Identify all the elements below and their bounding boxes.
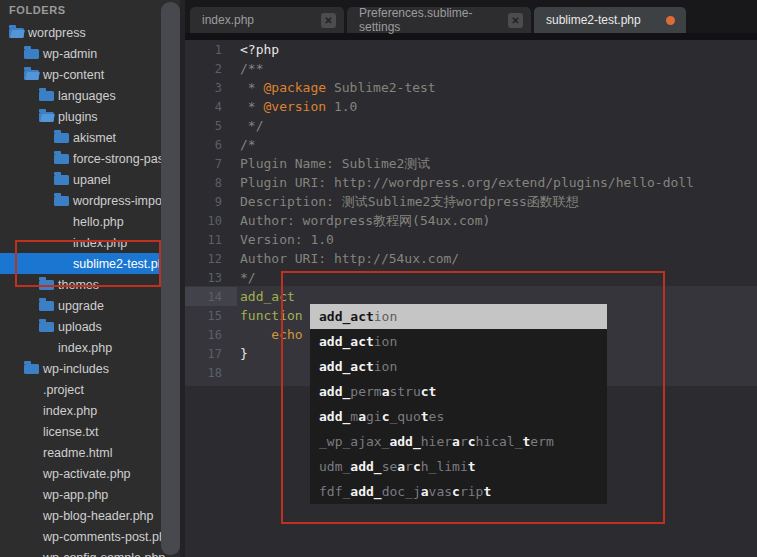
line-number: 9 (185, 195, 222, 209)
autocomplete-row-add-magic-quotes[interactable]: add_magic_quotes (310, 404, 607, 429)
sidebar-item-languages[interactable]: languages (0, 85, 185, 106)
code-line-7: 7Plugin Name: Sublime2测试 (185, 154, 757, 173)
line-number: 16 (185, 328, 222, 342)
code-text: /* (240, 137, 256, 152)
code-text: /** (240, 61, 263, 76)
tab-sublime2-test-php[interactable]: sublime2-test.php (534, 7, 686, 33)
autocomplete-row-add-action[interactable]: add_action (310, 354, 607, 379)
sidebar-item-label: themes (58, 278, 99, 292)
sidebar-item-akismet[interactable]: akismet (0, 127, 185, 148)
sidebar-item-license-txt[interactable]: license.txt (0, 421, 185, 442)
code-text: * @version 1.0 (240, 99, 357, 114)
autocomplete-row-udm-add-search-limit[interactable]: udm_add_search_limit (310, 454, 607, 479)
sidebar-item-label: license.txt (43, 425, 99, 439)
sidebar-item-label: index.php (73, 236, 127, 250)
sidebar-item-label: wordpress (28, 26, 86, 40)
sidebar-item-label: akismet (73, 131, 116, 145)
tab-label: sublime2-test.php (546, 13, 658, 27)
line-number: 12 (185, 252, 222, 266)
sidebar-scrollbar[interactable] (161, 2, 180, 555)
autocomplete-row-add-permastruct[interactable]: add_permastruct (310, 379, 607, 404)
tab-bar: index.php✕Preferences.sublime-settings✕s… (185, 0, 757, 40)
code-line-4: 4 * @version 1.0 (185, 97, 757, 116)
sidebar-item-readme-html[interactable]: readme.html (0, 442, 185, 463)
autocomplete-row-fdf-add-doc-javascript[interactable]: fdf_add_doc_javascript (310, 479, 607, 504)
code-line-9: 9Description: 测试Sublime2支持wordpress函数联想 (185, 192, 757, 211)
sidebar-item-label: hello.php (73, 215, 124, 229)
line-number: 3 (185, 81, 222, 95)
sidebar-item-index-php[interactable]: index.php (0, 400, 185, 421)
file-tree: wordpresswp-adminwp-contentlanguagesplug… (0, 22, 185, 557)
code-line-10: 10Author: wordpress教程网(54ux.com) (185, 211, 757, 230)
code-text: Plugin URI: http://wordpress.org/extend/… (240, 175, 694, 190)
folder-icon (39, 91, 54, 101)
line-number: 8 (185, 176, 222, 190)
sidebar-item-wp-content[interactable]: wp-content (0, 64, 185, 85)
line-number: 5 (185, 119, 222, 133)
sidebar-item-label: .project (43, 383, 84, 397)
code-text: * @package Sublime2-test (240, 80, 436, 95)
sidebar-item-label: readme.html (43, 446, 112, 460)
tab-index-php[interactable]: index.php✕ (190, 7, 344, 33)
editor-pane[interactable]: 1<?php2/**3 * @package Sublime2-test4 * … (185, 0, 757, 557)
sidebar-item-label: index.php (43, 404, 97, 418)
sidebar-edge-divider (180, 0, 185, 557)
line-number: 10 (185, 214, 222, 228)
line-number: 18 (185, 366, 222, 380)
sidebar-item-upanel[interactable]: upanel (0, 169, 185, 190)
sidebar-item-force-strong-passwo[interactable]: force-strong-passwo (0, 148, 185, 169)
line-number: 14 (185, 290, 222, 304)
sidebar-item-wordpress-importer[interactable]: wordpress-importer (0, 190, 185, 211)
autocomplete-popup[interactable]: add_actionadd_actionadd_actionadd_permas… (310, 304, 607, 504)
sidebar-item-uploads[interactable]: uploads (0, 316, 185, 337)
sidebar-item-label: wp-comments-post.php (43, 530, 173, 544)
sidebar-item-hello-php[interactable]: hello.php (0, 211, 185, 232)
code-text: Description: 测试Sublime2支持wordpress函数联想 (240, 193, 579, 211)
autocomplete-row-add-action[interactable]: add_action (310, 329, 607, 354)
line-number: 13 (185, 271, 222, 285)
sidebar-item-wp-blog-header-php[interactable]: wp-blog-header.php (0, 505, 185, 526)
sidebar-item-themes[interactable]: themes (0, 274, 185, 295)
sidebar-item-index-php[interactable]: index.php (0, 337, 185, 358)
tab-close-icon[interactable]: ✕ (508, 13, 523, 28)
line-number: 6 (185, 138, 222, 152)
sidebar-item-sublime2-test-php[interactable]: sublime2-test.php (0, 253, 185, 274)
line-number: 4 (185, 100, 222, 114)
folder-icon (39, 280, 54, 290)
sidebar-item-index-php[interactable]: index.php (0, 232, 185, 253)
sidebar-item-wp-config-sample-php[interactable]: wp-config-sample.php (0, 547, 185, 557)
autocomplete-row-add-action[interactable]: add_action (310, 304, 607, 329)
line-number: 11 (185, 233, 222, 247)
sidebar-item-plugins[interactable]: plugins (0, 106, 185, 127)
tab-preferences-sublime-settings[interactable]: Preferences.sublime-settings✕ (347, 7, 531, 33)
code-text: Author URI: http://54ux.com/ (240, 251, 459, 266)
code-line-1: 1<?php (185, 40, 757, 59)
code-line-5: 5 */ (185, 116, 757, 135)
tab-label: index.php (202, 13, 313, 27)
folder-icon (24, 364, 39, 374)
sidebar-item-wp-app-php[interactable]: wp-app.php (0, 484, 185, 505)
folder-icon (24, 70, 39, 80)
tab-bar-strip (185, 33, 757, 40)
folder-icon (54, 154, 69, 164)
sidebar-item-label: index.php (58, 341, 112, 355)
sidebar-item-wp-activate-php[interactable]: wp-activate.php (0, 463, 185, 484)
code-text: */ (240, 118, 263, 133)
sidebar-item-upgrade[interactable]: upgrade (0, 295, 185, 316)
sidebar-item-project[interactable]: .project (0, 379, 185, 400)
sidebar-item-wp-includes[interactable]: wp-includes (0, 358, 185, 379)
code-line-12: 12Author URI: http://54ux.com/ (185, 249, 757, 268)
folders-header: FOLDERS (9, 4, 66, 16)
tab-close-icon[interactable]: ✕ (321, 13, 336, 28)
code-text: echo (240, 327, 303, 342)
sidebar-item-label: upgrade (58, 299, 104, 313)
sidebar-item-wp-admin[interactable]: wp-admin (0, 43, 185, 64)
autocomplete-row-wp-ajax-add-hierarchical-term[interactable]: _wp_ajax_add_hierarchical_term (310, 429, 607, 454)
sidebar-item-wordpress[interactable]: wordpress (0, 22, 185, 43)
folder-icon (39, 112, 54, 122)
sidebar-item-label: wp-blog-header.php (43, 509, 154, 523)
sidebar-item-wp-comments-post-php[interactable]: wp-comments-post.php (0, 526, 185, 547)
code-text: function (240, 308, 303, 323)
folder-icon (39, 322, 54, 332)
folder-icon (24, 49, 39, 59)
